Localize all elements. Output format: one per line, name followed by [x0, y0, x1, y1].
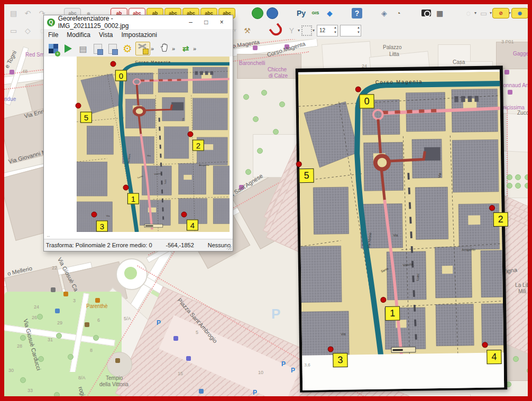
parking-icon: P	[253, 389, 257, 396]
gcp-label-4[interactable]: 4	[487, 350, 501, 364]
shop-icon	[508, 90, 512, 95]
gcp-dot-3[interactable]	[328, 346, 334, 352]
load-gcp-icon[interactable]	[91, 42, 105, 55]
globe-blue-icon[interactable]	[267, 7, 278, 19]
gcp-dot-1[interactable]	[123, 185, 129, 191]
menu-vista[interactable]: Vista	[95, 31, 117, 39]
menu-file[interactable]: File	[44, 31, 62, 39]
parking-icon: P	[291, 367, 295, 374]
spin-edge[interactable]: ▲ ▼	[340, 25, 361, 36]
gcp-dot-5[interactable]	[76, 103, 81, 109]
menu-modifica[interactable]: Modifica	[62, 31, 95, 39]
add-point-icon[interactable]	[135, 42, 150, 55]
close-button[interactable]: ×	[214, 16, 230, 28]
sep[interactable]	[406, 6, 419, 20]
gcp-label-2[interactable]: 2	[493, 212, 508, 227]
gcp-dot-2[interactable]	[489, 205, 495, 211]
parking-icon: P	[281, 360, 286, 368]
tree-icon	[243, 94, 249, 100]
undo-icon[interactable]: ↶	[21, 6, 34, 20]
gcp-dot-5[interactable]	[296, 161, 302, 167]
save-gcp-icon[interactable]	[106, 42, 120, 55]
georeferencer-map-view[interactable]: Corso Magenta Via Nirone Valeria Santa A…	[44, 57, 233, 239]
pan-hand-icon[interactable]	[158, 42, 171, 55]
camera-capture-icon[interactable]	[421, 10, 431, 16]
wrench-icon[interactable]: ⚒	[241, 24, 254, 37]
abis-plugin-icon[interactable]: GIS	[309, 6, 322, 20]
zoom-to-layer-icon[interactable]: ⇄	[179, 42, 192, 55]
overflow-2[interactable]: »	[172, 45, 178, 52]
georeferencer-titlebar[interactable]: Q Georeferenziatore - IMG_20211125_0002.…	[44, 15, 233, 29]
georeferenced-raster-overlay[interactable]: 3,6 052134	[296, 66, 508, 392]
spin-value[interactable]: 12▲ ▼	[317, 25, 338, 36]
tracing-icon[interactable]	[301, 25, 312, 36]
osm-label: Palazzo	[383, 44, 402, 50]
gcp-label-3[interactable]: 3	[96, 221, 108, 232]
gcp-dot-4[interactable]	[482, 342, 488, 348]
gcp-dot-3[interactable]	[91, 212, 97, 218]
resize-grip[interactable]	[226, 245, 232, 250]
gcp-dot-0[interactable]	[111, 61, 116, 67]
osm-label: 29	[57, 320, 62, 325]
gcp-dot-4[interactable]	[181, 212, 187, 218]
sep[interactable]	[447, 6, 461, 20]
parking-icon: P	[157, 319, 161, 327]
overflow-3[interactable]: »	[193, 45, 199, 52]
snapping-magnet-icon[interactable]	[269, 23, 284, 38]
minimize-button[interactable]: –	[183, 16, 198, 28]
gdal-script-icon[interactable]: ▤	[76, 42, 90, 55]
osm-label: 24	[34, 304, 39, 310]
georeferencer-window: Q Georeferenziatore - IMG_20211125_0002.…	[43, 15, 233, 251]
gcp-label-2[interactable]: 2	[192, 140, 204, 151]
gcp-label-1[interactable]: 1	[127, 193, 139, 204]
scroll-hint: ↔	[46, 233, 51, 238]
tree-icon	[515, 174, 521, 180]
digitize-shape1-icon[interactable]: ▭	[7, 24, 20, 37]
map-snapshot-icon[interactable]: ▦	[433, 6, 446, 20]
gcp-label-3[interactable]: 3	[333, 353, 347, 367]
sep[interactable]	[236, 6, 250, 20]
maximize-button[interactable]: □	[198, 16, 214, 28]
park-corner	[4, 372, 78, 396]
layers-deny-icon[interactable]: ⊘	[492, 8, 509, 18]
start-georeferencing-icon[interactable]	[61, 42, 75, 55]
topology-icon[interactable]: Y	[285, 24, 298, 37]
sep[interactable]	[363, 6, 377, 20]
historical-map-graphic	[298, 71, 504, 361]
sep[interactable]	[255, 24, 268, 37]
gcp-label-4[interactable]: 4	[187, 220, 198, 231]
bearing-compass-icon[interactable]: ◔	[392, 6, 405, 20]
osm-label: La Lib	[515, 282, 528, 288]
help-icon[interactable]: ?	[352, 8, 362, 18]
gcp-label-0[interactable]: 0	[359, 94, 374, 108]
digitize-shape2-icon[interactable]: ◇	[21, 24, 34, 37]
layer-pin-icon[interactable]: ◉	[511, 8, 528, 18]
osm-label: rionnaud An	[500, 82, 528, 88]
gcp-label-0[interactable]: 0	[115, 70, 127, 81]
node-network-icon[interactable]: ◆	[323, 6, 336, 20]
identify-pointer-icon[interactable]: ◈	[378, 6, 391, 20]
monument-icon	[115, 358, 120, 363]
gcp-dot-2[interactable]	[188, 132, 194, 137]
sep[interactable]	[337, 6, 351, 20]
sep[interactable]	[280, 6, 293, 20]
overflow-1[interactable]: »	[151, 45, 157, 52]
transformation-settings-icon[interactable]: ⚙	[121, 42, 134, 55]
open-raster-icon[interactable]	[47, 42, 60, 55]
grass-sphere-icon[interactable]	[252, 7, 263, 19]
gcp-label-1[interactable]: 1	[385, 306, 400, 321]
log-messages-icon[interactable]: ▤	[7, 6, 20, 20]
page-gray-icon[interactable]: ▭	[477, 6, 490, 20]
gcp-label-5[interactable]: 5	[80, 112, 92, 123]
tracing-icon-dropdown[interactable]: ▾	[313, 28, 315, 33]
gcp-label-5[interactable]: 5	[299, 169, 314, 183]
python-console-icon[interactable]: Py	[295, 6, 308, 20]
qgis-window: ▤↶↷abc●ababcababcabcabcabcPyGIS◆?◈◔▦◌▾▭▾…	[4, 4, 528, 396]
qgis-logo-icon: Q	[47, 18, 55, 26]
lasso-select-icon[interactable]: ◌	[462, 6, 475, 20]
layers-deny-icon-dropdown[interactable]: ▾	[509, 11, 511, 15]
osm-label: Baronchelli	[239, 60, 265, 66]
tree-icon	[245, 169, 251, 175]
osm-label: 8/A	[78, 375, 86, 380]
menu-impostazioni[interactable]: Impostazioni	[117, 31, 161, 39]
